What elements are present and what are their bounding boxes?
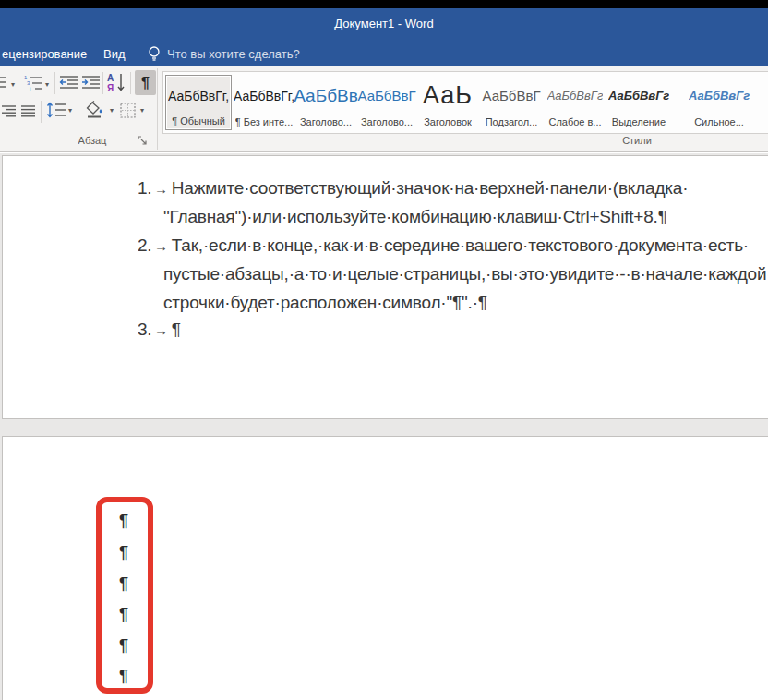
borders-icon[interactable] [120, 103, 136, 118]
list-marker: 2. [138, 232, 153, 259]
separator [130, 72, 131, 94]
separator [54, 72, 55, 94]
tab-arrow-mark: → [153, 238, 172, 254]
paragraph-dialog-launcher-icon[interactable] [138, 136, 148, 146]
style-item-heading1[interactable]: АаБбВв Заголово... [296, 75, 355, 130]
svg-text:i: i [30, 86, 30, 91]
doc-line: 1.→Нажмите·соответствующий·значок·на·вер… [138, 175, 688, 202]
style-item-emphasis[interactable]: АаБбВвГг Выделение [606, 75, 671, 130]
style-label: Подзагол... [486, 116, 538, 130]
sort-letter-ya: Я [107, 83, 114, 92]
style-item-subtitle[interactable]: АаБбВвГ Подзагол... [479, 75, 544, 130]
multilevel-list-icon[interactable]: 1 3 i [23, 74, 43, 91]
style-item-subtle-emphasis[interactable]: АаБбВвГг Слабое в... [546, 75, 605, 130]
numbering-dropdown-icon[interactable]: ▾ [11, 81, 15, 89]
style-label: ¶ Обычный [172, 115, 225, 129]
style-preview: АаБбВвГ [482, 75, 540, 116]
doc-text: Так,·если·в·конце,·как·и·в·середине·ваше… [172, 235, 749, 255]
style-preview: АаЬ [423, 75, 473, 116]
style-label: Заголово... [300, 116, 352, 130]
styles-group-label: Стили [591, 135, 683, 146]
tab-arrow-mark: → [153, 181, 172, 197]
doc-line: 3.→¶ [138, 316, 181, 344]
style-item-normal[interactable]: АаБбВвГг, ¶ Обычный [165, 75, 232, 130]
ribbon-tab-row: ецензирование Вид Что вы хотите сделать? [0, 42, 768, 66]
tab-review[interactable]: ецензирование [2, 45, 87, 63]
pilcrow-mark: ¶ [114, 574, 133, 593]
style-label: ¶ Без инте... [235, 116, 294, 130]
pilcrow-mark: ¶ [114, 543, 133, 561]
multilevel-dropdown-icon[interactable]: ▾ [45, 81, 49, 89]
pilcrow-mark: ¶ [114, 667, 133, 685]
style-item-no-spacing[interactable]: АаБбВвГг, ¶ Без инте... [234, 75, 294, 130]
doc-text: ¶ [172, 320, 181, 339]
document-page-1[interactable]: 1.→Нажмите·соответствующий·значок·на·вер… [2, 155, 768, 419]
doc-text: строчки·будет·расположен·символ·"¶".·¶ [163, 293, 487, 312]
document-area: 1.→Нажмите·соответствующий·значок·на·вер… [0, 153, 768, 700]
pilcrow-mark: ¶ [114, 512, 133, 530]
style-label: Слабое в... [548, 116, 601, 130]
doc-text: Нажмите·соответствующий·значок·на·верхне… [172, 178, 688, 198]
pilcrow-mark: ¶ [114, 605, 133, 623]
style-preview: АаБбВвГг, [234, 75, 294, 116]
tab-view[interactable]: Вид [103, 45, 126, 63]
style-preview: АаБбВвГ [357, 75, 415, 116]
line-spacing-dropdown-icon[interactable]: ▾ [68, 107, 72, 115]
borders-dropdown-icon[interactable]: ▾ [140, 107, 144, 115]
justify-icon[interactable] [20, 104, 36, 117]
decrease-indent-icon[interactable] [59, 75, 78, 90]
word-window: Документ1 - Word ецензирование Вид Что в… [0, 0, 768, 700]
lightbulb-icon [146, 44, 162, 63]
pilcrow-mark: ¶ [114, 636, 133, 655]
style-preview: АаБбВвГг [547, 75, 604, 116]
window-title: Документ1 - Word [0, 17, 768, 30]
style-label: Заголовок [424, 116, 472, 130]
group-separator [157, 68, 158, 150]
doc-line: 2.→Так,·если·в·конце,·как·и·в·середине·в… [138, 232, 749, 259]
doc-text: "Главная")·или·используйте·комбинацию·кл… [163, 207, 667, 226]
separator [41, 101, 42, 123]
align-right-icon[interactable] [1, 104, 17, 117]
style-label: Сильное... [694, 116, 744, 130]
style-item-intense-emphasis[interactable]: АаБбВвГг Сильное... [673, 75, 765, 130]
sort-letter-a: А [107, 73, 114, 83]
tab-arrow-mark: → [153, 322, 172, 338]
style-preview: АаБбВвГг [689, 75, 750, 116]
style-label: Заголово... [361, 116, 413, 130]
style-item-heading2[interactable]: АаБбВвГ Заголово... [357, 75, 416, 130]
tell-me-box[interactable]: Что вы хотите сделать? [167, 45, 300, 63]
document-page-2[interactable]: ¶ ¶ ¶ ¶ ¶ ¶ [2, 436, 768, 700]
style-label: Выделение [612, 116, 666, 130]
separator [78, 101, 78, 123]
style-preview: АаБбВвГг [608, 75, 669, 116]
paragraph-group-label: Абзац [55, 135, 129, 146]
doc-line: "Главная")·или·используйте·комбинацию·кл… [163, 203, 667, 230]
style-preview: АаБбВв [294, 75, 358, 116]
doc-text: пустые·абзацы,·а·то·и·целые·страницы,·вы… [163, 264, 768, 284]
ribbon: ▾ 1 3 i ▾ [0, 66, 768, 152]
title-bar: Документ1 - Word [0, 8, 768, 42]
shading-icon[interactable] [85, 101, 109, 119]
style-item-title[interactable]: АаЬ Заголовок [418, 75, 477, 130]
show-formatting-marks-button[interactable]: ¶ [135, 70, 156, 95]
sort-icon[interactable]: А Я [106, 72, 126, 92]
style-preview: АаБбВвГг, [168, 76, 229, 115]
styles-gallery: АаБбВвГг, ¶ Обычный АаБбВвГг, ¶ Без инте… [162, 71, 768, 134]
doc-line: пустые·абзацы,·а·то·и·целые·страницы,·вы… [163, 260, 768, 287]
separator [102, 72, 103, 94]
numbering-icon[interactable] [0, 75, 7, 90]
list-marker: 1. [138, 175, 153, 201]
doc-line: строчки·будет·расположен·символ·"¶".·¶ [163, 289, 487, 316]
shading-dropdown-icon[interactable]: ▾ [110, 107, 114, 115]
list-marker: 3. [138, 316, 153, 343]
screen-top-strip [0, 0, 768, 8]
increase-indent-icon[interactable] [81, 75, 101, 90]
line-spacing-icon[interactable] [46, 102, 66, 118]
